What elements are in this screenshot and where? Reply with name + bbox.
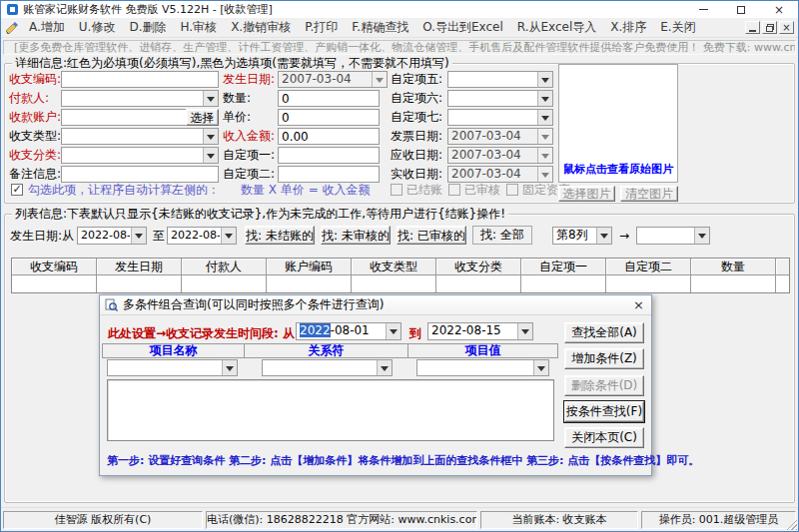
dropdown-arrow-icon — [537, 167, 552, 182]
custom-item-2-input[interactable] — [278, 166, 380, 183]
filter-date-from-combo[interactable]: 2022-08-01 — [77, 227, 147, 245]
unit-price-input[interactable] — [278, 109, 380, 126]
dropdown-arrow-icon[interactable] — [203, 129, 218, 144]
find-unsettled-button[interactable]: 找: 未结账的 — [245, 226, 315, 245]
column-select-combo[interactable]: 第8列 — [552, 227, 612, 245]
quantity-input[interactable] — [278, 90, 380, 107]
column-header-filler — [776, 259, 789, 275]
audited-label: 已审核 — [464, 184, 500, 197]
close-page-button[interactable]: 关闭本页(C) — [564, 427, 644, 448]
add-condition-button[interactable]: 增加条件(Z) — [564, 348, 644, 369]
menu-unaudit[interactable]: X.撤销审核 — [224, 19, 298, 36]
mdi-restore-icon[interactable] — [762, 21, 777, 34]
condition-list-box[interactable] — [107, 379, 554, 441]
column-header[interactable]: 发生日期 — [97, 259, 182, 275]
filter-date-to-combo[interactable]: 2022-08-15 — [167, 227, 237, 245]
filter-date-label: 发生日期:从 — [10, 228, 74, 245]
label-type: 收支类型: — [9, 128, 61, 145]
item-value-combo[interactable] — [416, 359, 549, 376]
column-header[interactable]: 自定项二 — [606, 259, 691, 275]
maximize-icon[interactable] — [722, 1, 760, 18]
income-expense-code-input[interactable] — [61, 71, 219, 88]
column-header[interactable]: 数量 — [691, 259, 776, 275]
actual-receipt-date-combo: 2007-03-04 — [447, 166, 553, 183]
mdi-minimize-icon[interactable] — [745, 21, 760, 34]
promo-banner: [更多免费仓库管理软件、进销存、生产管理、计件工资管理、产购销一体化、物流仓储管… — [3, 40, 796, 55]
category-combo[interactable] — [61, 147, 219, 164]
menu-edit[interactable]: U.修改 — [72, 19, 123, 36]
label-category: 收支分类: — [9, 147, 61, 164]
dropdown-arrow-icon[interactable] — [537, 72, 552, 87]
mdi-close-icon[interactable]: × — [779, 21, 794, 34]
menu-exact-search[interactable]: F.精确查找 — [345, 19, 415, 36]
column-header[interactable]: 自定项一 — [521, 259, 606, 275]
operator-combo[interactable] — [262, 359, 393, 376]
dropdown-arrow-icon[interactable] — [533, 360, 548, 375]
menu-audit[interactable]: H.审核 — [173, 19, 224, 36]
dropdown-arrow-icon[interactable] — [386, 323, 400, 339]
label-custom-item-1: 自定项一: — [223, 147, 275, 164]
menu-sort[interactable]: X.排序 — [603, 19, 653, 36]
dropdown-arrow-icon[interactable] — [694, 228, 709, 244]
label-unit-price: 单价: — [223, 109, 251, 126]
audited-checkbox — [448, 184, 460, 196]
search-all-button[interactable]: 查找全部(A) — [564, 322, 644, 343]
dialog-steps-hint: 第一步: 设置好查询条件 第二步: 点击【增加条件】将条件增加到上面的查找条件框… — [107, 453, 646, 468]
view-original-picture-link[interactable]: 鼠标点击查看原始图片 — [559, 162, 677, 177]
dialog-title-bar[interactable]: 多条件组合查询(可以同时按照多个条件进行查询) × — [100, 295, 651, 315]
title-bar[interactable]: 账管家记账财务软件 免费版 V5.122H - [收款管理] × — [1, 1, 798, 18]
label-custom-item-6: 自定项六: — [391, 90, 442, 107]
column-header[interactable]: 收支编码 — [12, 259, 97, 275]
autocalc-checkbox[interactable]: ✓ — [11, 184, 23, 196]
find-audited-button[interactable]: 找: 已审核的 — [397, 226, 466, 245]
label-payer: 付款人: — [9, 90, 49, 107]
column-header[interactable]: 账户编码 — [267, 259, 352, 275]
dropdown-arrow-icon[interactable] — [203, 148, 218, 163]
custom-item-7-combo[interactable] — [447, 109, 553, 126]
item-name-combo[interactable] — [107, 359, 238, 376]
menu-delete[interactable]: D.删除 — [122, 19, 173, 36]
menu-import-excel[interactable]: R.从Excel导入 — [510, 19, 604, 36]
dropdown-arrow-icon[interactable] — [377, 360, 392, 375]
payer-combo[interactable] — [61, 90, 219, 107]
dialog-close-icon[interactable]: × — [633, 298, 644, 311]
type-combo[interactable] — [61, 128, 219, 145]
close-icon[interactable]: × — [760, 1, 798, 18]
account-select-button[interactable]: 选择 — [186, 109, 219, 126]
menu-add[interactable]: A.增加 — [22, 19, 72, 36]
custom-item-5-combo[interactable] — [447, 71, 553, 88]
dropdown-arrow-icon[interactable] — [537, 91, 552, 106]
menu-close[interactable]: E.关闭 — [653, 19, 702, 36]
find-unaudited-button[interactable]: 找: 未审核的 — [321, 226, 391, 245]
dropdown-arrow-icon[interactable] — [222, 360, 237, 375]
find-all-button[interactable]: 找: 全部 — [472, 226, 532, 245]
label-quantity: 数量: — [223, 90, 251, 107]
dropdown-arrow-icon[interactable] — [596, 228, 611, 244]
dropdown-arrow-icon — [537, 129, 552, 144]
minimize-icon[interactable] — [684, 1, 722, 18]
dialog-date-to-combo[interactable]: 2022-08-15 — [427, 322, 533, 340]
dialog-date-from-combo[interactable]: 2022-08-01 — [296, 322, 401, 340]
column-value-combo[interactable] — [636, 227, 710, 245]
custom-item-1-input[interactable] — [278, 147, 380, 164]
label-invoice-date: 发票日期: — [391, 128, 442, 145]
column-header[interactable]: 收支类型 — [352, 259, 436, 275]
dropdown-arrow-icon[interactable] — [221, 228, 236, 244]
label-actual-receipt-date: 实收日期: — [391, 166, 442, 183]
receipt-picture-box[interactable]: 鼠标点击查看原始图片 — [558, 64, 678, 183]
search-by-condition-button[interactable]: 按条件查找(F) — [564, 401, 644, 422]
dropdown-arrow-icon[interactable] — [131, 228, 146, 244]
dropdown-arrow-icon[interactable] — [517, 323, 532, 339]
menu-print[interactable]: P.打印 — [298, 19, 345, 36]
dialog-title: 多条件组合查询(可以同时按照多个条件进行查询) — [123, 296, 384, 313]
column-header[interactable]: 付款人 — [182, 259, 267, 275]
grid-empty-row[interactable] — [12, 275, 789, 292]
column-header[interactable]: 收支分类 — [436, 259, 521, 275]
app-window: 账管家记账财务软件 免费版 V5.122H - [收款管理] × A.增加 U.… — [0, 0, 799, 532]
menu-export-excel[interactable]: O.导出到Excel — [415, 19, 510, 36]
remarks-input[interactable] — [61, 166, 219, 183]
income-amount-input[interactable] — [278, 128, 380, 145]
custom-item-6-combo[interactable] — [447, 90, 553, 107]
dropdown-arrow-icon[interactable] — [203, 91, 218, 106]
dropdown-arrow-icon[interactable] — [537, 110, 552, 125]
